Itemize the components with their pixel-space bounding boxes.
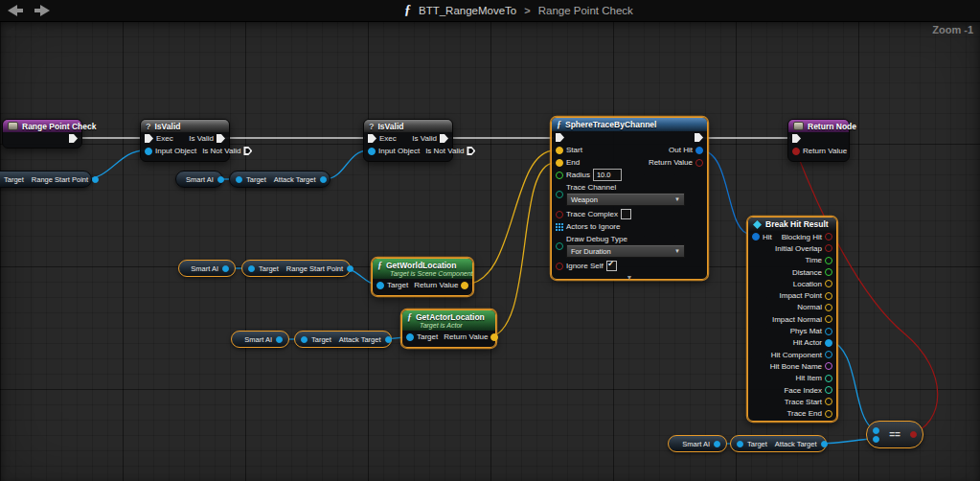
out-hit-pin[interactable] bbox=[695, 147, 703, 154]
target-pin[interactable] bbox=[236, 176, 242, 183]
target-pin[interactable] bbox=[376, 282, 384, 289]
draw-debug-type-pin[interactable] bbox=[556, 242, 563, 250]
node-title: Break Hit Result bbox=[765, 219, 829, 229]
var-get-smart-ai-1[interactable]: Smart AI bbox=[175, 171, 223, 188]
output-pin[interactable] bbox=[276, 336, 283, 343]
ignore-self-pin[interactable] bbox=[556, 263, 563, 270]
collapse-arrow-icon[interactable]: ▼ bbox=[552, 272, 707, 283]
normal-pin[interactable] bbox=[825, 304, 832, 311]
return-value-pin[interactable] bbox=[792, 148, 800, 155]
forward-arrow-icon[interactable] bbox=[34, 5, 50, 16]
blocking-hit-pin[interactable] bbox=[825, 233, 832, 240]
radius-pin[interactable] bbox=[556, 172, 563, 179]
ignore-self-checkbox[interactable] bbox=[606, 261, 617, 271]
target-pin[interactable] bbox=[406, 333, 414, 341]
var-get-smart-ai-2[interactable]: Smart AI bbox=[178, 260, 236, 277]
var-get-range-start-point-2[interactable]: Target Range Start Point bbox=[241, 260, 351, 277]
location-pin[interactable] bbox=[825, 280, 832, 287]
breadcrumb-separator-icon: > bbox=[524, 5, 530, 16]
output-pin[interactable] bbox=[320, 176, 327, 183]
equals-input-b-pin[interactable] bbox=[873, 436, 879, 443]
is-not-valid-pin[interactable] bbox=[243, 147, 252, 155]
node-break-hit-result[interactable]: Break Hit Result Hit Blocking Hit Initia… bbox=[747, 217, 837, 422]
impact-point-pin[interactable] bbox=[825, 292, 832, 300]
graph-corner-arrows bbox=[5, 27, 47, 38]
impact-normal-pin[interactable] bbox=[825, 315, 832, 323]
end-pin[interactable] bbox=[556, 159, 563, 167]
is-valid-pin[interactable] bbox=[217, 134, 225, 143]
initial-overlap-pin[interactable] bbox=[825, 244, 832, 252]
var-get-attack-target-4[interactable]: Target Attack Target bbox=[730, 435, 827, 452]
exec-in-pin[interactable] bbox=[368, 134, 376, 143]
output-pin[interactable] bbox=[714, 441, 720, 447]
trace-channel-pin[interactable] bbox=[556, 191, 563, 198]
output-pin[interactable] bbox=[821, 441, 828, 447]
node-get-actor-location[interactable]: ƒ GetActorLocation Target is Actor Targe… bbox=[401, 309, 496, 348]
trace-end-pin[interactable] bbox=[825, 410, 832, 418]
breadcrumb-current[interactable]: Range Point Check bbox=[538, 5, 633, 16]
return-value-pin[interactable] bbox=[490, 333, 498, 341]
exec-out-pin[interactable] bbox=[695, 133, 703, 142]
node-title: Range Point Check bbox=[22, 122, 96, 131]
actors-to-ignore-array-pin[interactable] bbox=[556, 223, 563, 231]
input-object-pin[interactable] bbox=[145, 148, 152, 155]
output-pin[interactable] bbox=[92, 176, 99, 183]
node-range-point-check[interactable]: Range Point Check bbox=[2, 119, 82, 149]
node-title: Return Node bbox=[808, 122, 856, 131]
target-pin[interactable] bbox=[301, 336, 308, 343]
hit-bone-name-pin[interactable] bbox=[825, 362, 832, 370]
breadcrumb-root[interactable]: BTT_RangeMoveTo bbox=[419, 5, 516, 16]
return-value-pin[interactable] bbox=[461, 282, 468, 289]
exec-in-pin[interactable] bbox=[145, 134, 153, 143]
equals-result-pin[interactable] bbox=[910, 431, 917, 438]
hit-actor-pin[interactable] bbox=[825, 339, 832, 347]
output-pin[interactable] bbox=[385, 336, 392, 343]
equals-input-a-pin[interactable] bbox=[873, 427, 879, 434]
draw-debug-type-dropdown[interactable]: For Duration ▼ bbox=[566, 244, 685, 258]
start-pin[interactable] bbox=[556, 147, 563, 154]
node-title: IsValid bbox=[378, 122, 404, 131]
function-f-icon: ƒ bbox=[377, 261, 382, 270]
node-isvalid-2[interactable]: ? IsValid Exec Is Valid Input Object Is … bbox=[363, 119, 453, 162]
node-isvalid-1[interactable]: ? IsValid Exec Is Valid Input Object Is … bbox=[140, 119, 230, 162]
back-arrow-icon[interactable] bbox=[8, 5, 24, 16]
hit-item-pin[interactable] bbox=[825, 375, 832, 382]
node-equal-equal[interactable]: == bbox=[866, 421, 923, 448]
output-pin[interactable] bbox=[222, 265, 229, 272]
target-pin[interactable] bbox=[737, 441, 743, 447]
trace-channel-dropdown[interactable]: Weapon ▼ bbox=[566, 193, 685, 206]
return-value-pin[interactable] bbox=[695, 159, 703, 167]
exec-out-pin[interactable] bbox=[69, 134, 78, 143]
var-get-attack-target-3[interactable]: Target Attack Target bbox=[294, 331, 392, 348]
var-get-smart-ai-3[interactable]: Smart AI bbox=[231, 331, 289, 348]
function-result-icon bbox=[793, 122, 804, 130]
face-index-pin[interactable] bbox=[825, 386, 832, 394]
var-get-attack-target-1[interactable]: Target Attack Target bbox=[229, 171, 330, 188]
phys-mat-pin[interactable] bbox=[825, 328, 832, 335]
node-sphere-trace-by-channel[interactable]: ƒ SphereTraceByChannel Start Out Hit End… bbox=[551, 117, 708, 280]
breadcrumb: ƒ BTT_RangeMoveTo > Range Point Check bbox=[404, 0, 633, 21]
trace-start-pin[interactable] bbox=[825, 398, 832, 405]
trace-complex-checkbox[interactable] bbox=[621, 209, 631, 219]
var-get-smart-ai-4[interactable]: Smart AI bbox=[668, 435, 727, 452]
blueprint-graph-canvas[interactable]: Zoom -1 bbox=[0, 21, 980, 481]
target-pin[interactable] bbox=[248, 265, 255, 272]
exec-in-pin[interactable] bbox=[792, 134, 801, 143]
node-return[interactable]: Return Node Return Value bbox=[787, 119, 850, 162]
blueprint-editor: ƒ BTT_RangeMoveTo > Range Point Check Zo… bbox=[0, 0, 980, 481]
dropdown-arrow-icon: ▼ bbox=[674, 196, 680, 202]
var-get-range-start-point-1[interactable]: Target Range Start Point bbox=[0, 171, 92, 188]
distance-pin[interactable] bbox=[825, 268, 832, 276]
trace-complex-pin[interactable] bbox=[556, 211, 563, 218]
input-object-pin[interactable] bbox=[368, 148, 376, 155]
is-not-valid-pin[interactable] bbox=[467, 147, 475, 155]
node-get-world-location[interactable]: ƒ GetWorldLocation Target is Scene Compo… bbox=[372, 258, 473, 296]
hit-pin[interactable] bbox=[752, 233, 760, 240]
output-pin[interactable] bbox=[217, 176, 224, 183]
hit-component-pin[interactable] bbox=[825, 351, 832, 358]
exec-in-pin[interactable] bbox=[556, 133, 564, 142]
output-pin[interactable] bbox=[347, 265, 353, 272]
time-pin[interactable] bbox=[825, 257, 832, 264]
is-valid-pin[interactable] bbox=[440, 134, 448, 143]
radius-value-input[interactable]: 10.0 bbox=[593, 169, 622, 181]
